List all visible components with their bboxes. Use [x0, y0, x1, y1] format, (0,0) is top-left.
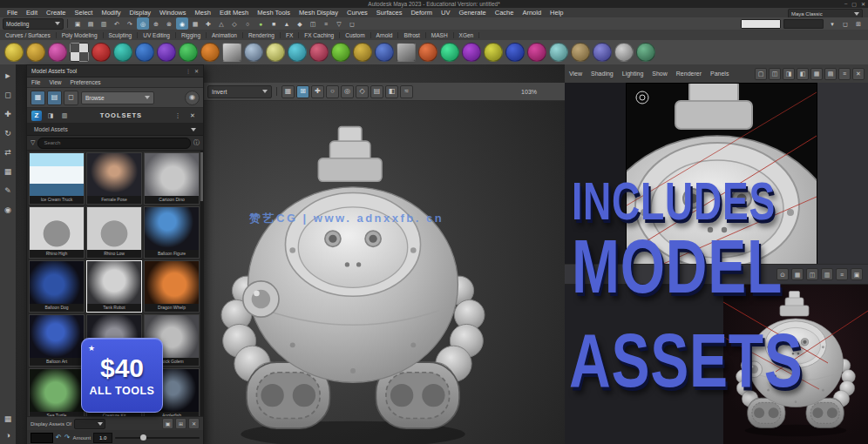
status-icon[interactable]: ▤ — [85, 17, 97, 30]
shelf-tab[interactable]: Poly Modeling — [57, 32, 104, 38]
panel-tool-icon[interactable]: ▦ — [31, 91, 45, 105]
scrollbar[interactable] — [200, 151, 203, 416]
status-icon[interactable]: ≡ — [320, 17, 332, 30]
shelf-tool-icon[interactable] — [288, 43, 307, 62]
panel-menu-item[interactable]: Lighting — [618, 71, 648, 77]
panel-close-icon[interactable]: ✕ — [194, 68, 199, 74]
shelf-tool-icon[interactable] — [397, 43, 416, 62]
status-icon[interactable]: ■ — [268, 17, 280, 30]
status-icon[interactable]: △ — [215, 17, 227, 30]
quick-select-field[interactable] — [741, 19, 781, 29]
shelf-tab[interactable]: Bifrost — [398, 32, 425, 38]
status-icon[interactable]: ▽ — [333, 17, 345, 30]
menu-item[interactable]: Curves — [342, 9, 372, 17]
menu-item[interactable]: Windows — [155, 9, 190, 17]
panel-menu-item[interactable]: Preferences — [65, 79, 105, 85]
status-icon[interactable]: ▲ — [281, 17, 293, 30]
status-icon[interactable]: ◆ — [294, 17, 306, 30]
status-icon[interactable]: ⊗ — [163, 17, 175, 30]
asset-thumbnail[interactable]: Rhino Low — [86, 206, 142, 259]
menu-item[interactable]: Deform — [406, 9, 437, 17]
viewport-control-icon[interactable]: ▣ — [851, 268, 863, 280]
footer-icon[interactable]: ✕ — [188, 418, 200, 429]
menu-set-selector[interactable]: Modeling — [3, 18, 64, 30]
asset-thumbnail[interactable]: Female Pose — [86, 152, 142, 205]
shelf-tab[interactable]: Curves / Surfaces — [0, 32, 57, 38]
toolsets-header-icon[interactable]: ▥ — [58, 110, 71, 122]
viewport-control-icon[interactable]: ⊙ — [776, 268, 789, 280]
status-icon[interactable]: ▥ — [98, 17, 110, 30]
menu-item[interactable]: Modify — [97, 9, 125, 17]
toolsets-header-icon[interactable]: ◨ — [44, 110, 57, 122]
panel-header-icon[interactable]: ≡ — [838, 68, 851, 80]
status-icon[interactable]: ▦ — [189, 17, 201, 30]
shelf-tab[interactable]: Animation — [207, 32, 243, 38]
kebab-menu-icon[interactable]: ⋮ — [172, 110, 184, 122]
toolbox-icon[interactable]: ▦ — [3, 165, 14, 177]
status-icon[interactable]: ✚ — [202, 17, 214, 30]
toolsets-close-icon[interactable]: ✕ — [186, 110, 199, 122]
sculpt-tool-icon[interactable]: ○ — [326, 85, 339, 98]
sculpt-tool-icon[interactable]: ◇ — [356, 85, 369, 98]
status-icon[interactable]: ◫ — [307, 17, 319, 30]
shelf-tool-icon[interactable] — [375, 43, 394, 62]
info-icon[interactable]: ⓘ — [193, 138, 200, 147]
filter-icon[interactable]: ▽ — [31, 139, 35, 146]
shelf-tool-icon[interactable] — [440, 43, 459, 62]
shelf-tab[interactable]: FX Caching — [299, 32, 340, 38]
shelf-tab[interactable]: XGen — [454, 32, 480, 38]
shelf-tool-icon[interactable] — [418, 43, 437, 62]
toolbox-bottom-icon[interactable]: ◑ — [3, 429, 14, 441]
rename-field[interactable] — [783, 19, 824, 29]
sculpt-tool-icon[interactable]: ◧ — [385, 85, 398, 98]
shelf-tool-icon[interactable] — [331, 43, 350, 62]
slider-knob[interactable] — [140, 434, 146, 441]
toolbox-icon[interactable]: ◉ — [3, 204, 14, 215]
asset-thumbnail[interactable]: Sea Turtle — [29, 368, 85, 416]
sculpt-tool-icon[interactable]: ◎ — [341, 85, 354, 98]
menu-item[interactable]: Create — [42, 9, 71, 17]
shelf-tool-icon[interactable] — [484, 43, 503, 62]
secondary-viewport-top[interactable] — [626, 83, 817, 266]
shelf-tool-icon[interactable] — [244, 43, 263, 62]
toolbox-icon[interactable]: ◻ — [3, 89, 14, 100]
panel-tool-icon[interactable]: ◻ — [64, 91, 78, 105]
viewport-control-icon[interactable]: ≡ — [836, 268, 848, 280]
status-icon[interactable]: ◎ — [137, 17, 149, 30]
shelf-tab[interactable]: FX — [281, 32, 299, 38]
shelf-tool-icon[interactable] — [48, 43, 67, 62]
viewport-control-icon[interactable]: ▥ — [821, 268, 833, 280]
asset-thumbnail[interactable]: Tank Robot — [86, 260, 142, 313]
status-icon[interactable]: ▣ — [71, 17, 84, 30]
menu-item[interactable]: Arnold — [518, 9, 546, 17]
toolbox-icon[interactable]: ► — [3, 70, 14, 81]
menu-item[interactable]: Help — [546, 9, 567, 17]
shelf-tool-icon[interactable] — [113, 43, 132, 62]
shelf-tool-icon[interactable] — [527, 43, 546, 62]
secondary-viewport-bottom[interactable] — [723, 285, 868, 444]
status-icon[interactable]: ◻ — [346, 17, 358, 30]
menu-item[interactable]: Display — [125, 9, 156, 17]
amount-slider[interactable] — [115, 434, 200, 442]
sculpt-tool-icon[interactable]: ▤ — [370, 85, 383, 98]
panel-menu-item[interactable]: Shading — [587, 71, 618, 77]
z-logo-icon[interactable]: Z — [31, 111, 42, 121]
menu-item[interactable]: Surfaces — [372, 9, 407, 17]
asset-thumbnail[interactable]: Ice Cream Truck — [29, 152, 85, 205]
menu-item[interactable]: Generate — [454, 9, 490, 17]
status-icon[interactable]: ⊕ — [150, 17, 162, 30]
panel-header-icon[interactable]: ◨ — [783, 68, 795, 80]
shelf-tool-icon[interactable] — [266, 43, 285, 62]
status-icon[interactable]: ↷ — [124, 17, 136, 30]
shelf-tool-icon[interactable] — [549, 43, 568, 62]
browse-dropdown[interactable]: Browse — [81, 91, 154, 104]
shelf-tool-icon[interactable] — [200, 43, 220, 62]
panel-header-icon[interactable]: ◧ — [797, 68, 809, 80]
asset-thumbnail[interactable]: Cartoon Dino — [144, 152, 200, 205]
shelf-tool-icon[interactable] — [222, 43, 241, 62]
undo-icon[interactable]: ↶ — [56, 434, 62, 441]
panel-menu-item[interactable]: View — [44, 79, 65, 85]
menu-item[interactable]: File — [3, 9, 22, 17]
status-icon[interactable]: ◇ — [228, 17, 241, 30]
menu-item[interactable]: Select — [71, 9, 98, 17]
